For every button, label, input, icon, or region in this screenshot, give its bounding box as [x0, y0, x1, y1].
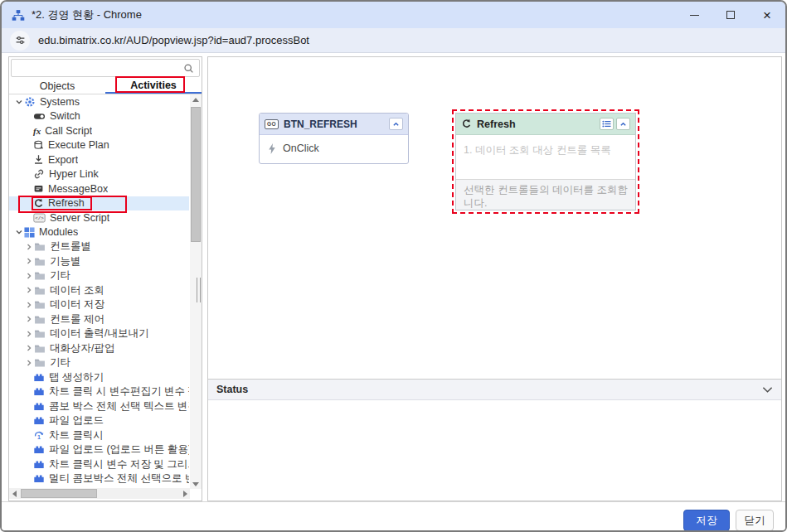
status-label: Status — [216, 384, 248, 395]
triangle-down-icon — [192, 482, 199, 486]
refresh-node-body[interactable]: 1. 데이터 조회 대상 컨트롤 목록 — [456, 135, 635, 179]
tree-item[interactable]: Execute Plan — [9, 138, 189, 153]
tree-item[interactable]: Switch — [9, 109, 189, 124]
lightning-icon — [268, 143, 276, 154]
tree-item[interactable]: Export — [9, 152, 189, 167]
triangle-right-icon — [183, 491, 187, 497]
folder-icon — [34, 286, 46, 295]
vertical-scroll-thumb[interactable] — [191, 107, 201, 242]
tree-item[interactable]: 기타 — [9, 268, 189, 283]
process-canvas: GO BTN_REFRESH OnClick R — [207, 56, 782, 380]
panel-splitter-handle[interactable] — [197, 278, 201, 302]
tree-item[interactable]: 컨트롤 제어 — [9, 312, 189, 327]
tree-item[interactable]: 콤보 박스 전체 선택 텍스트 변경 — [9, 399, 189, 414]
node-refresh-activity[interactable]: Refresh 1. 데이터 조회 대상 컨트롤 목록 선택한 컨트롤들의 데이… — [455, 113, 636, 210]
tree-item[interactable]: Modules — [9, 225, 189, 240]
chevron-right-icon[interactable] — [23, 257, 34, 265]
module-icon — [33, 387, 45, 396]
chevron-down-icon[interactable] — [13, 98, 24, 106]
tree-item[interactable]: Refresh — [9, 196, 189, 211]
messagebox-icon — [33, 184, 44, 194]
tree-item[interactable]: 탭 생성하기 — [9, 370, 189, 385]
hyperlink-icon — [33, 168, 45, 180]
module-icon — [33, 402, 45, 411]
switch-icon — [33, 111, 46, 122]
tree-item[interactable]: 데이터 저장 — [9, 297, 189, 312]
tree-item[interactable]: 파일 업로드 — [9, 414, 189, 428]
tree-item[interactable]: MessageBox — [9, 181, 189, 196]
maximize-button[interactable] — [712, 2, 749, 28]
chevron-down-icon[interactable] — [13, 228, 24, 236]
chevron-right-icon[interactable] — [23, 344, 34, 352]
module-icon — [33, 474, 45, 483]
save-button[interactable]: 저장 — [683, 510, 730, 531]
export-icon — [33, 154, 44, 165]
scroll-right-button[interactable] — [180, 488, 190, 499]
chevron-right-icon[interactable] — [23, 243, 34, 251]
triangle-up-icon — [192, 98, 199, 102]
annotation-box-refresh-node: Refresh 1. 데이터 조회 대상 컨트롤 목록 선택한 컨트롤들의 데이… — [452, 109, 639, 214]
refresh-icon — [461, 118, 472, 129]
node-refresh-header[interactable]: Refresh — [456, 114, 635, 135]
tree-item[interactable]: fx Call Script — [9, 123, 189, 138]
site-settings-icon[interactable] — [10, 31, 30, 51]
tree-item[interactable]: 멀티 콤보박스 전체 선택으로 변 — [9, 472, 189, 486]
chevron-down-icon[interactable] — [762, 386, 773, 394]
tree-item[interactable]: 파일 업로드 (업로드 버튼 활용) — [9, 443, 189, 457]
close-button[interactable]: × — [749, 2, 785, 28]
tree-item[interactable]: 기능별 — [9, 254, 189, 269]
tab-activities[interactable]: Activities — [105, 78, 202, 94]
tree-item[interactable]: Systems — [9, 94, 189, 109]
tree-item[interactable]: 차트 클릭 시 변수편집기 변수 값 — [9, 384, 189, 399]
close-icon: × — [763, 8, 771, 22]
node-menu-button[interactable] — [600, 118, 614, 130]
tree-horizontal-scrollbar[interactable] — [9, 488, 190, 499]
chevron-right-icon[interactable] — [23, 315, 34, 323]
tree-item[interactable]: 기타 — [9, 355, 189, 370]
status-header[interactable]: Status — [208, 380, 781, 400]
node-event-row[interactable]: OnClick — [260, 135, 408, 162]
chevron-right-icon[interactable] — [23, 330, 34, 338]
window-title: *2. 경영 현황 - Chrome — [32, 7, 142, 22]
sitemap-app-icon — [12, 9, 25, 22]
search-input[interactable] — [17, 60, 183, 75]
tree-item[interactable]: Hyper Link — [9, 167, 189, 182]
scroll-up-button[interactable] — [190, 94, 202, 104]
chevron-right-icon[interactable] — [23, 359, 34, 367]
url-text[interactable]: edu.bimatrix.co.kr/AUD/popview.jsp?id=au… — [38, 34, 309, 46]
folder-icon — [34, 257, 46, 266]
collapse-node-button[interactable] — [616, 118, 630, 130]
scroll-left-button[interactable] — [9, 488, 19, 499]
chrome-popup-window: *2. 경영 현황 - Chrome × edu.bimatrix.co.kr/… — [0, 0, 787, 532]
module-icon — [33, 445, 45, 454]
collapse-node-button[interactable] — [389, 118, 403, 130]
folder-icon — [34, 344, 46, 353]
scroll-down-button[interactable] — [190, 479, 202, 489]
tree-item[interactable]: </> Server Script — [9, 210, 189, 225]
svg-text:1: 1 — [37, 435, 41, 441]
node-btn-refresh[interactable]: GO BTN_REFRESH OnClick — [259, 113, 409, 164]
close-dialog-button[interactable]: 닫기 — [736, 510, 774, 531]
folder-icon — [34, 271, 46, 280]
chevron-right-icon[interactable] — [23, 286, 34, 294]
tree-item[interactable]: 데이터 조회 — [9, 283, 189, 298]
tree-item[interactable]: 대화상자/팝업 — [9, 341, 189, 356]
chevron-right-icon[interactable] — [23, 272, 34, 280]
control-list-placeholder: 1. 데이터 조회 대상 컨트롤 목록 — [464, 144, 611, 156]
tree-item[interactable]: 컨트롤별 — [9, 239, 189, 254]
horizontal-scroll-thumb[interactable] — [21, 489, 97, 498]
tree-item[interactable]: 차트 클릭시 변수 저장 및 그리드 — [9, 457, 189, 472]
tab-objects[interactable]: Objects — [9, 78, 105, 94]
tree-item[interactable]: 1 차트 클릭시 — [9, 428, 189, 443]
sidebar-tabs: Objects Activities — [9, 78, 202, 94]
tree-item[interactable]: 데이터 출력/내보내기 — [9, 326, 189, 341]
search-icon — [183, 63, 194, 74]
chevron-right-icon[interactable] — [23, 301, 34, 309]
search-box[interactable] — [11, 59, 200, 77]
node-btn-refresh-header[interactable]: GO BTN_REFRESH — [260, 114, 408, 135]
minimize-button[interactable] — [676, 2, 712, 28]
triangle-left-icon — [12, 491, 17, 497]
refresh-node-description: 선택한 컨트롤들의 데이터를 조회합니다. — [456, 179, 635, 210]
minimize-icon — [690, 15, 699, 16]
folder-icon — [34, 358, 46, 367]
